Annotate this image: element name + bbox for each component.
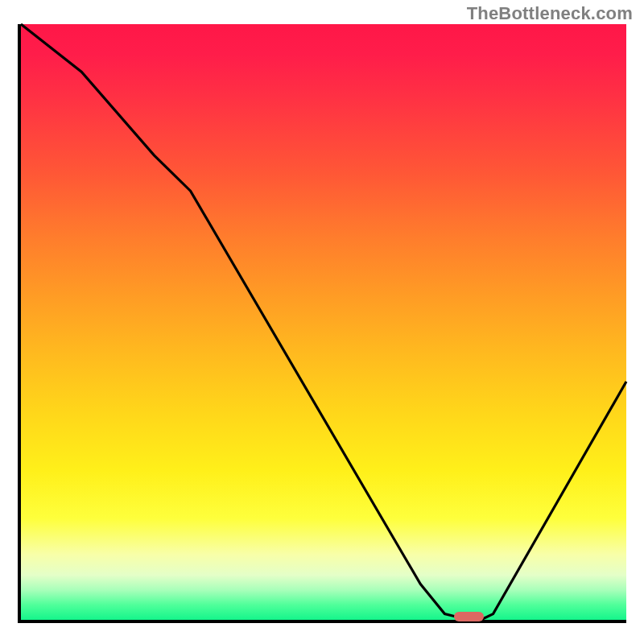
curve-path — [21, 24, 626, 620]
bottleneck-curve — [21, 24, 626, 620]
watermark-text: TheBottleneck.com — [467, 3, 633, 24]
chart-container: TheBottleneck.com — [0, 0, 644, 644]
plot-area — [18, 24, 626, 623]
optimal-marker — [454, 612, 485, 621]
